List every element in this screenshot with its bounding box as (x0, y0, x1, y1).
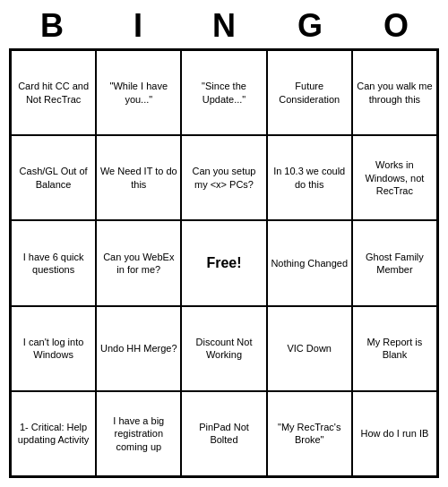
letter-i: I (99, 7, 177, 45)
bingo-cell-6[interactable]: We Need IT to do this (96, 135, 181, 220)
bingo-cell-24[interactable]: How do I run IB (352, 391, 437, 476)
bingo-cell-9[interactable]: Works in Windows, not RecTrac (352, 135, 437, 220)
bingo-cell-17[interactable]: Discount Not Working (181, 306, 266, 391)
bingo-cell-12[interactable]: Free! (181, 220, 266, 305)
bingo-cell-13[interactable]: Nothing Changed (267, 220, 352, 305)
bingo-cell-8[interactable]: In 10.3 we could do this (267, 135, 352, 220)
bingo-cell-11[interactable]: Can you WebEx in for me? (96, 220, 181, 305)
bingo-cell-21[interactable]: I have a big registration coming up (96, 391, 181, 476)
letter-g: G (271, 7, 349, 45)
bingo-header: B I N G O (9, 0, 439, 48)
bingo-cell-1[interactable]: "While I have you..." (96, 50, 181, 135)
bingo-cell-16[interactable]: Undo HH Merge? (96, 306, 181, 391)
bingo-cell-3[interactable]: Future Consideration (267, 50, 352, 135)
bingo-cell-22[interactable]: PinPad Not Bolted (181, 391, 266, 476)
letter-b: B (13, 7, 91, 45)
letter-n: N (185, 7, 263, 45)
bingo-grid: Card hit CC and Not RecTrac"While I have… (9, 48, 439, 478)
bingo-cell-18[interactable]: VIC Down (267, 306, 352, 391)
bingo-cell-20[interactable]: 1- Critical: Help updating Activity (11, 391, 96, 476)
bingo-cell-5[interactable]: Cash/GL Out of Balance (11, 135, 96, 220)
bingo-cell-10[interactable]: I have 6 quick questions (11, 220, 96, 305)
bingo-cell-4[interactable]: Can you walk me through this (352, 50, 437, 135)
bingo-cell-15[interactable]: I can't log into Windows (11, 306, 96, 391)
bingo-cell-23[interactable]: "My RecTrac's Broke" (267, 391, 352, 476)
bingo-cell-19[interactable]: My Report is Blank (352, 306, 437, 391)
letter-o: O (357, 7, 435, 45)
bingo-cell-0[interactable]: Card hit CC and Not RecTrac (11, 50, 96, 135)
bingo-cell-2[interactable]: "Since the Update..." (181, 50, 266, 135)
bingo-cell-7[interactable]: Can you setup my <x> PCs? (181, 135, 266, 220)
bingo-cell-14[interactable]: Ghost Family Member (352, 220, 437, 305)
